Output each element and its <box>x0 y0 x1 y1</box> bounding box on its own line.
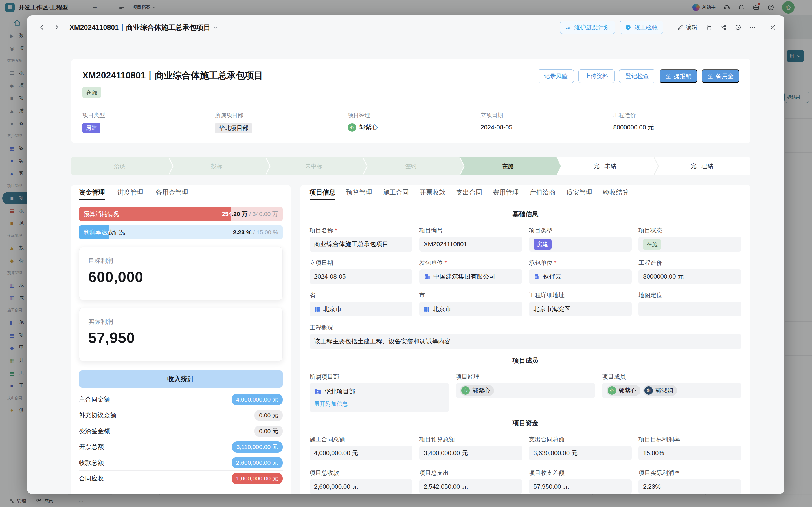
form-field[interactable]: 项目类型 房建 <box>529 226 632 251</box>
submit-expense-button[interactable]: ¥ 提报销 <box>660 69 697 83</box>
modal-titlebar: XM2024110801丨商业综合体施工总承包项目 维护进度计划 竣工验收 编辑 <box>27 15 784 40</box>
form-field[interactable]: 市 北京市 <box>419 291 522 317</box>
form-field-manager[interactable]: 项目经理 心 郭紫心 <box>456 373 595 398</box>
funds-grid: 施工合同总额 4,000,000.00 元 项目预算总额 3,400,000.0… <box>310 435 742 494</box>
left-panel-tab[interactable]: 资金管理 <box>79 185 105 200</box>
modal-title: XM2024110801丨商业综合体施工总承包项目 <box>69 23 211 32</box>
field-start-date: 立项日期 2024-08-05 <box>481 111 606 133</box>
right-panel-tab[interactable]: 质安管理 <box>566 185 592 200</box>
form-field[interactable]: 承包单位 伙伴云 <box>529 259 632 284</box>
stage-stepper: 洽谈投标未中标签约在施完工未结完工已结 <box>71 157 751 175</box>
stage-step[interactable]: 未中标 <box>265 157 362 175</box>
finance-panel: 资金管理进度管理备用金管理 预算消耗情况 254.20 万 / 340.00 万… <box>71 185 290 494</box>
right-panel-tab[interactable]: 施工合同 <box>383 185 409 200</box>
form-field-members[interactable]: 项目成员 心 郭紫心 娴 郭淑娴 <box>602 373 742 398</box>
right-panel-tab[interactable]: 项目信息 <box>310 185 335 200</box>
fund-field[interactable]: 项目总支出 2,542,050.00 元 <box>419 469 522 494</box>
form-field-department[interactable]: 所属项目部 华北项目部 展开附加信息 <box>310 373 449 412</box>
avatar: 心 <box>461 386 470 395</box>
header-action-button[interactable]: 登记检查 <box>619 69 655 83</box>
field-value: 3,400,000.00 元 <box>424 449 468 457</box>
maintain-schedule-button[interactable]: 维护进度计划 <box>560 21 615 34</box>
avatar: 心 <box>608 386 616 395</box>
close-icon[interactable] <box>770 24 776 31</box>
actual-profit-card: 实际利润 57,950 <box>79 307 283 361</box>
right-panel-tab[interactable]: 验收结算 <box>603 185 629 200</box>
form-field[interactable]: 项目状态 在施 <box>639 226 742 251</box>
left-panel-tab[interactable]: 进度管理 <box>117 185 143 200</box>
form-field[interactable]: 项目编号 XM2024110801 <box>419 226 522 251</box>
amount-pill: 3,110,000.00 元 <box>232 441 283 453</box>
right-panel-tab[interactable]: 预算管理 <box>346 185 372 200</box>
more-options-icon[interactable] <box>750 24 756 31</box>
right-panel-tab[interactable]: 支出合同 <box>456 185 482 200</box>
field-project-manager: 项目经理 心 郭紫心 <box>348 111 474 133</box>
basic-info-grid: 项目名称 商业综合体施工总承包项目 项目编号 <box>310 226 742 317</box>
stage-step[interactable]: 完工未结 <box>556 157 653 175</box>
form-field[interactable]: 发包单位 中国建筑集团有限公司 <box>419 259 522 284</box>
left-panel-tab[interactable]: 备用金管理 <box>156 185 188 200</box>
field-value: XM2024110801 <box>424 240 467 248</box>
fund-field[interactable]: 项目目标利润率 15.00% <box>639 435 742 460</box>
stage-step[interactable]: 在施 <box>459 157 556 175</box>
money-row: 变洽签金额 0.00 元 <box>79 423 283 439</box>
avatar: 心 <box>348 123 356 132</box>
title-dropdown-chevron-icon[interactable] <box>213 25 218 30</box>
amount-pill: 0.00 元 <box>255 410 283 421</box>
budget-consumption-bar: 预算消耗情况 254.20 万 / 340.00 万 预算消耗情况 254.20… <box>79 207 283 221</box>
share-icon[interactable] <box>720 24 726 31</box>
stage-step[interactable]: 洽谈 <box>71 157 168 175</box>
fund-field[interactable]: 支出合同总额 3,630,000.00 元 <box>529 435 632 460</box>
history-clock-icon[interactable] <box>735 24 741 31</box>
field-value: 8000000.00 元 <box>643 272 684 281</box>
edit-button[interactable]: 编辑 <box>677 23 697 31</box>
back-button[interactable] <box>38 23 46 32</box>
fund-field[interactable]: 项目实际利润率 2.23% <box>639 469 742 494</box>
form-field-overview[interactable]: 工程概况 该工程主要包括土建工程、设备安装和调试等内容 <box>310 324 742 349</box>
field-department: 所属项目部 华北项目部 <box>215 111 341 133</box>
right-panel-tab[interactable]: 开票收款 <box>420 185 445 200</box>
field-value: 2024-08-05 <box>314 273 346 280</box>
right-panel-tab[interactable]: 产值洽商 <box>530 185 555 200</box>
amount-pill: 2,600,000.00 元 <box>232 457 283 468</box>
member-pill: 心 郭紫心 <box>607 385 641 396</box>
member-pill: 心 郭紫心 <box>460 385 494 396</box>
forward-button[interactable] <box>52 23 61 32</box>
stage-step[interactable]: 投标 <box>168 157 265 175</box>
header-action-button[interactable]: 上传资料 <box>578 69 614 83</box>
type-badge: 房建 <box>83 123 100 133</box>
fund-field[interactable]: 项目收支差额 57,950.00 元 <box>529 469 632 494</box>
right-panel-tab[interactable]: 费用管理 <box>493 185 519 200</box>
project-detail-modal: XM2024110801丨商业综合体施工总承包项目 维护进度计划 竣工验收 编辑 <box>27 15 784 494</box>
income-stats-button[interactable]: 收入统计 <box>79 370 283 388</box>
form-field[interactable]: 项目名称 商业综合体施工总承包项目 <box>310 226 413 251</box>
completion-acceptance-button[interactable]: 竣工验收 <box>619 21 663 34</box>
project-info-panel: 项目信息预算管理施工合同开票收款支出合同费用管理产值洽商质安管理验收结算 基础信… <box>301 185 751 494</box>
fund-field[interactable]: 项目预算总额 3,400,000.00 元 <box>419 435 522 460</box>
form-field[interactable]: 立项日期 2024-08-05 <box>310 259 413 284</box>
status-badge: 在施 <box>83 87 101 98</box>
copy-icon[interactable] <box>706 24 712 31</box>
money-row: 合同应收 1,000,000.00 元 <box>79 471 283 487</box>
stage-step[interactable]: 签约 <box>362 157 459 175</box>
form-field[interactable]: 工程造价 8000000.00 元 <box>639 259 742 284</box>
fund-field[interactable]: 施工合同总额 4,000,000.00 元 <box>310 435 413 460</box>
money-list: 主合同金额 4,000,000.00 元 补充协议金额 0.00 元 变洽签金额… <box>79 392 283 487</box>
coin-icon: ¥ <box>707 73 713 79</box>
form-field[interactable]: 工程详细地址 北京市海淀区 <box>529 291 632 317</box>
secondary-actions: 记录风险上传资料登记检查 <box>538 69 655 83</box>
stage-step[interactable]: 完工已结 <box>653 157 751 175</box>
target-profit-card: 目标利润 600,000 <box>79 247 283 300</box>
building-icon <box>534 273 540 280</box>
field-value: 中国建筑集团有限公司 <box>433 272 495 281</box>
fund-field[interactable]: 项目总收款 2,600,000.00 元 <box>310 469 413 494</box>
field-value: 4,000,000.00 元 <box>314 449 358 457</box>
expand-extra-info-link[interactable]: 展开附加信息 <box>314 400 444 408</box>
money-row: 收款总额 2,600,000.00 元 <box>79 455 283 471</box>
form-field[interactable]: 省 北京市 <box>310 291 413 317</box>
member-pill: 娴 郭淑娴 <box>643 385 677 396</box>
petty-cash-button[interactable]: ¥ 备用金 <box>702 69 739 83</box>
form-field[interactable]: 地图定位 <box>639 291 742 317</box>
avatar: 娴 <box>644 386 653 395</box>
header-action-button[interactable]: 记录风险 <box>538 69 574 83</box>
